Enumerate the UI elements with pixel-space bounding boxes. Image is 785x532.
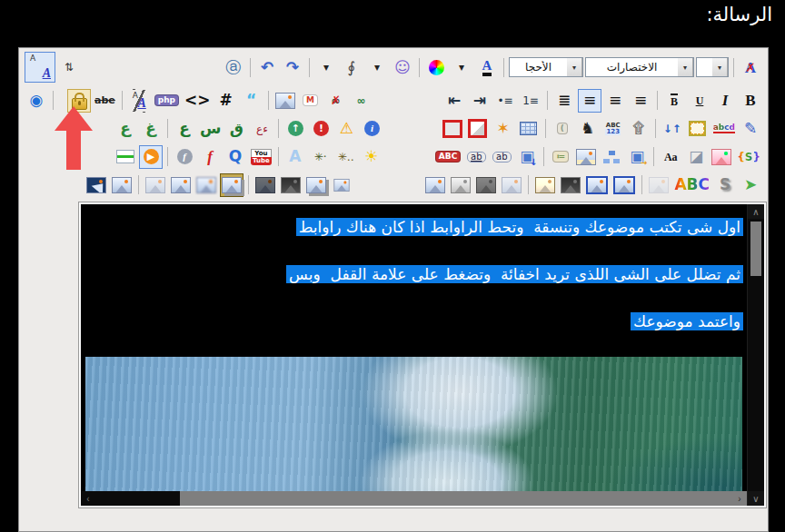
flash-alt-button[interactable]: f <box>198 145 222 169</box>
sparkle-button[interactable]: ☀ <box>360 145 383 169</box>
vertical-scrollbar[interactable]: ∧ ∨ <box>747 204 764 506</box>
php-button[interactable]: php <box>153 89 181 113</box>
marquee-alt-button[interactable]: ✳‥ <box>334 145 358 169</box>
hash-button[interactable]: # <box>214 89 238 113</box>
horizontal-scrollbar-thumb[interactable]: › <box>180 491 747 506</box>
editor-mode-button[interactable]: AA <box>25 52 55 83</box>
arabic-small-button[interactable]: ءع <box>250 117 273 141</box>
image-envelope-button[interactable] <box>559 173 582 197</box>
image-normal-button[interactable] <box>169 173 193 197</box>
s-shadow-button[interactable]: S <box>713 173 737 197</box>
image-blue-button[interactable] <box>584 173 610 197</box>
undo-dropdown-caret[interactable]: ▾ <box>314 55 338 79</box>
font-size-combo-caret-icon[interactable]: ▾ <box>567 58 582 76</box>
arabic-ain-button[interactable]: ع <box>114 117 137 141</box>
underline-button[interactable]: U <box>688 89 711 113</box>
image-gold-button[interactable] <box>533 173 557 197</box>
cursor-select-button[interactable]: ➤ <box>739 173 762 197</box>
attachment-button[interactable]: ∮ <box>340 55 363 79</box>
image-ghost-button[interactable] <box>647 173 671 197</box>
media-play-button[interactable]: ▶ <box>139 145 163 169</box>
shortcuts-combo-caret-icon[interactable]: ▾ <box>678 58 693 76</box>
quote-page-button[interactable]: ( <box>551 117 574 141</box>
attachment-dropdown-caret[interactable]: ▾ <box>365 55 389 79</box>
ab-button[interactable]: ab <box>490 145 513 169</box>
quicktime-button[interactable]: Q <box>224 145 247 169</box>
abc-badge-button[interactable]: ABC <box>433 145 462 169</box>
window-insert-button[interactable]: ▣↓ <box>515 145 539 169</box>
strikethrough-button[interactable]: abe <box>93 89 117 113</box>
fill-bucket-button[interactable]: ◪ <box>684 145 708 169</box>
bold-button[interactable]: B <box>739 89 762 113</box>
arabic-ghain-button[interactable]: غ <box>139 117 163 141</box>
image-pale2-button[interactable] <box>500 173 523 197</box>
image-blue2-button[interactable] <box>611 173 637 197</box>
youtube-button[interactable]: YouTube <box>249 145 273 169</box>
clipboard-button[interactable]: ≔ <box>549 145 572 169</box>
org-chart-button[interactable] <box>600 145 623 169</box>
outline-a-button[interactable]: A <box>283 145 307 169</box>
unlink-button[interactable]: ∞✗ <box>324 89 348 113</box>
photo-adjust-button[interactable] <box>710 145 733 169</box>
image-dark-button[interactable] <box>253 173 277 197</box>
warning-button[interactable]: ⚠ <box>334 117 358 141</box>
arabic-ain2-button[interactable]: ع <box>173 117 196 141</box>
hr-button[interactable] <box>114 145 137 169</box>
page-border-button[interactable] <box>466 117 490 141</box>
bbcode-s-button[interactable]: {S} <box>735 145 762 169</box>
font-style-button[interactable]: AA <box>127 89 151 113</box>
toolbar-collapse-button[interactable]: ⇅ <box>57 55 81 79</box>
dashed-box-button[interactable] <box>686 117 710 141</box>
signature-button[interactable]: ✎ <box>739 117 762 141</box>
scroll-left-button[interactable]: ‹ <box>81 491 95 506</box>
undo-button[interactable]: ↶ <box>255 55 279 79</box>
redo-button[interactable]: ↷ <box>281 55 304 79</box>
extra-combo-caret-icon[interactable]: ▾ <box>712 58 728 76</box>
align-center-button[interactable]: ≡ <box>578 89 601 113</box>
shortcuts-combo[interactable]: ▾الاختصارات <box>585 57 694 77</box>
table-button[interactable] <box>517 117 541 141</box>
arabic-seen-button[interactable]: س <box>198 117 223 141</box>
smiley-button[interactable]: ☺ <box>391 55 414 79</box>
extra-combo[interactable]: ▾ <box>696 57 729 77</box>
marquee-button[interactable]: ✳· <box>309 145 333 169</box>
flip-image-button[interactable] <box>84 173 108 197</box>
knight-button[interactable]: ♞ <box>576 117 600 141</box>
bold-over-button[interactable]: B <box>662 89 686 113</box>
abcd-colors-button[interactable]: abcd <box>711 117 737 141</box>
image-shadow-button[interactable] <box>304 173 328 197</box>
sort-arrows-button[interactable]: ↓↑ <box>661 117 684 141</box>
arabic-qaf-button[interactable]: ق <box>224 117 248 141</box>
font-color-button[interactable]: A <box>475 55 499 79</box>
upload-button[interactable]: ↑ <box>283 117 307 141</box>
font-size-combo[interactable]: ▾الأحجا <box>509 57 583 77</box>
image-blur-button[interactable] <box>194 173 218 197</box>
insert-image-button[interactable] <box>273 89 297 113</box>
bullet-list-button[interactable]: •≡ <box>493 89 517 113</box>
stop-button[interactable]: ! <box>309 117 333 141</box>
image-normal3-button[interactable] <box>423 173 447 197</box>
abc-colored-button[interactable]: ABC <box>672 173 711 197</box>
numbered-list-button[interactable]: 1≡ <box>519 89 542 113</box>
quote-button[interactable]: “ <box>240 89 263 113</box>
code-button[interactable]: <> <box>183 89 213 113</box>
outdent-button[interactable]: ⇤ <box>442 89 466 113</box>
italic-button[interactable]: I <box>713 89 737 113</box>
image-note-button[interactable] <box>574 145 598 169</box>
speaker-button[interactable]: ◉ <box>25 89 48 113</box>
email-button[interactable]: M <box>299 89 323 113</box>
color-dropdown-caret[interactable]: ▾ <box>450 55 473 79</box>
scroll-up-button[interactable]: ∧ <box>748 204 764 219</box>
align-right-button[interactable]: ≡ <box>629 89 652 113</box>
spell-number-button[interactable]: ABC123 <box>601 117 625 141</box>
align-left-button[interactable]: ≡ <box>603 89 627 113</box>
image-invert-button[interactable] <box>279 173 303 197</box>
indent-button[interactable]: ⇥ <box>468 89 492 113</box>
embedded-painting-image[interactable] <box>85 357 742 491</box>
font-case-button[interactable]: Aa <box>659 145 682 169</box>
image-selected-button[interactable] <box>220 173 243 197</box>
remove-format-button[interactable]: A✗ <box>739 55 762 79</box>
justify-button[interactable]: ≣ <box>552 89 576 113</box>
image-plain-button[interactable] <box>110 173 134 197</box>
mosque-button[interactable]: ۩ <box>627 117 651 141</box>
